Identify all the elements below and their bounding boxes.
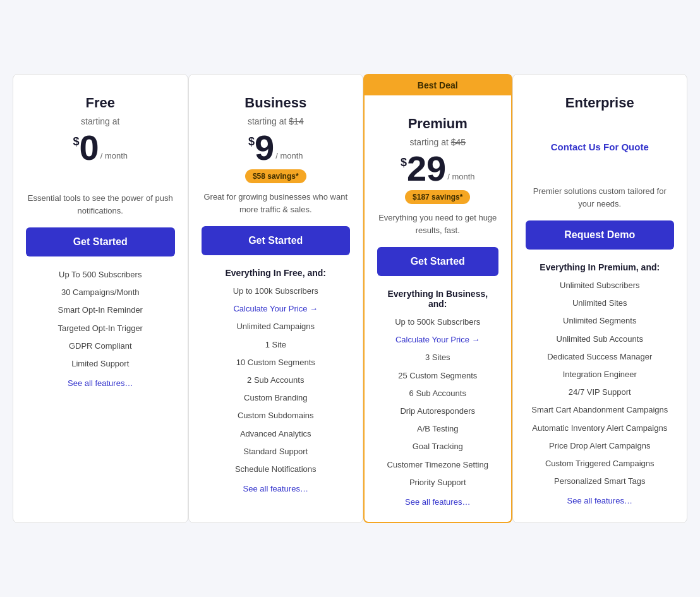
- plan-business-dollar: $: [248, 135, 255, 148]
- list-item: 10 Custom Segments: [202, 357, 351, 368]
- list-item: 24/7 VIP Support: [526, 387, 675, 398]
- plan-business: Business starting at $14 $ 9 / month $58…: [188, 74, 364, 523]
- list-item: Unlimited Campaigns: [202, 321, 351, 332]
- list-item: Automatic Inventory Alert Campaigns: [526, 423, 675, 434]
- list-item: Goal Tracking: [377, 441, 498, 452]
- plan-free-features: Up To 500 Subscribers 30 Campaigns/Month…: [26, 269, 175, 376]
- plan-business-cta[interactable]: Get Started: [202, 226, 351, 255]
- list-item: GDPR Compliant: [26, 341, 175, 352]
- plan-enterprise-cta[interactable]: Request Demo: [526, 220, 675, 250]
- list-item: Smart Opt-In Reminder: [26, 305, 175, 316]
- list-item: Schedule Notifications: [202, 464, 351, 475]
- plan-free-name: Free: [86, 95, 115, 111]
- plan-business-name: Business: [244, 95, 306, 111]
- plan-enterprise-name: Enterprise: [565, 95, 634, 111]
- plan-premium-wrapper: Best Deal Premium starting at $45 $ 29 /…: [363, 74, 512, 523]
- best-deal-banner: Best Deal: [363, 74, 512, 95]
- plan-free-cta[interactable]: Get Started: [26, 227, 175, 256]
- calculate-price-link-premium[interactable]: Calculate Your Price →: [377, 334, 498, 346]
- plan-premium-starting-at: starting at $45: [409, 137, 466, 147]
- plan-premium: Premium starting at $45 $ 29 / month $18…: [363, 95, 512, 523]
- plan-business-price-row: $ 9 / month: [248, 130, 303, 166]
- list-item: Custom Subdomains: [202, 410, 351, 421]
- list-item: 2 Sub Accounts: [202, 375, 351, 386]
- list-item: Custom Branding: [202, 392, 351, 404]
- list-item: 1 Site: [202, 339, 351, 351]
- list-item: Unlimited Segments: [526, 315, 675, 327]
- list-item: Up To 500 Subscribers: [26, 269, 175, 280]
- plan-business-original-price: $14: [289, 116, 303, 126]
- plan-business-description: Great for growing businesses who want mo…: [202, 191, 351, 216]
- plan-premium-price-row: $ 29 / month: [401, 151, 475, 186]
- list-item: Dedicated Success Manager: [526, 351, 675, 363]
- plan-premium-original-price: $45: [451, 137, 466, 147]
- list-item: Smart Cart Abandonment Campaigns: [526, 404, 675, 416]
- plan-free-dollar: $: [73, 135, 79, 148]
- pricing-container: Free starting at $ 0 / month Essential t…: [13, 74, 687, 523]
- list-item: 6 Sub Accounts: [377, 388, 498, 399]
- plan-business-period: / month: [275, 151, 303, 160]
- plan-business-see-all[interactable]: See all features…: [243, 484, 308, 493]
- plan-premium-period: / month: [447, 172, 474, 181]
- plan-premium-description: Everything you need to get huge results,…: [377, 212, 498, 237]
- plan-business-features: Up to 100k Subscribers Calculate Your Pr…: [202, 286, 351, 481]
- list-item: Up to 100k Subscribers: [202, 286, 351, 297]
- plan-premium-dollar: $: [401, 156, 407, 169]
- plan-free-period: / month: [100, 151, 128, 160]
- list-item: Advanced Analytics: [202, 428, 351, 440]
- list-item: 3 Sites: [377, 352, 498, 363]
- list-item: Up to 500k Subscribers: [377, 317, 498, 328]
- plan-enterprise-features: Unlimited Subscribers Unlimited Sites Un…: [526, 280, 675, 493]
- list-item: 30 Campaigns/Month: [26, 287, 175, 298]
- plan-free: Free starting at $ 0 / month Essential t…: [13, 74, 188, 523]
- list-item: Priority Support: [377, 477, 498, 488]
- plan-premium-name: Premium: [408, 116, 468, 132]
- plan-free-description: Essential tools to see the power of push…: [26, 192, 175, 217]
- list-item: Price Drop Alert Campaigns: [526, 440, 675, 452]
- list-item: Personalized Smart Tags: [526, 476, 675, 487]
- plan-free-price-row: $ 0 / month: [73, 130, 128, 166]
- list-item: Unlimited Subscribers: [526, 280, 675, 291]
- plan-premium-see-all[interactable]: See all features…: [405, 497, 470, 507]
- plan-business-features-header: Everything In Free, and:: [226, 268, 326, 278]
- plan-business-starting-at: starting at $14: [248, 116, 304, 126]
- plan-enterprise-features-header: Everything In Premium, and:: [540, 262, 660, 272]
- list-item: Custom Triggered Campaigns: [526, 458, 675, 469]
- plan-enterprise-see-all[interactable]: See all features…: [567, 496, 632, 505]
- plan-premium-features-header: Everything In Business, and:: [377, 289, 498, 309]
- list-item: 25 Custom Segments: [377, 370, 498, 382]
- plan-premium-cta[interactable]: Get Started: [377, 247, 498, 276]
- plan-premium-features: Up to 500k Subscribers Calculate Your Pr…: [377, 317, 498, 495]
- calculate-price-link-business[interactable]: Calculate Your Price →: [202, 303, 351, 315]
- list-item: Customer Timezone Setting: [377, 459, 498, 471]
- list-item: Unlimited Sub Accounts: [526, 334, 675, 345]
- plan-premium-savings: $187 savings*: [405, 190, 470, 204]
- plan-free-starting-at: starting at: [81, 116, 119, 126]
- list-item: Limited Support: [26, 358, 175, 370]
- plan-business-savings: $58 savings*: [245, 169, 306, 183]
- list-item: Unlimited Sites: [526, 298, 675, 309]
- list-item: Integration Engineer: [526, 369, 675, 380]
- contact-us-link[interactable]: Contact Us For Quote: [551, 142, 649, 152]
- plan-free-see-all[interactable]: See all features…: [68, 378, 133, 388]
- list-item: Standard Support: [202, 446, 351, 457]
- plan-enterprise: Enterprise Contact Us For Quote Premier …: [512, 74, 688, 523]
- plan-business-amount: 9: [255, 130, 274, 166]
- list-item: Targeted Opt-In Trigger: [26, 323, 175, 334]
- plan-enterprise-description: Premier solutions custom tailored for yo…: [526, 185, 675, 210]
- list-item: A/B Testing: [377, 423, 498, 435]
- plan-premium-amount: 29: [407, 151, 446, 186]
- list-item: Drip Autoresponders: [377, 406, 498, 417]
- plan-free-amount: 0: [80, 130, 99, 166]
